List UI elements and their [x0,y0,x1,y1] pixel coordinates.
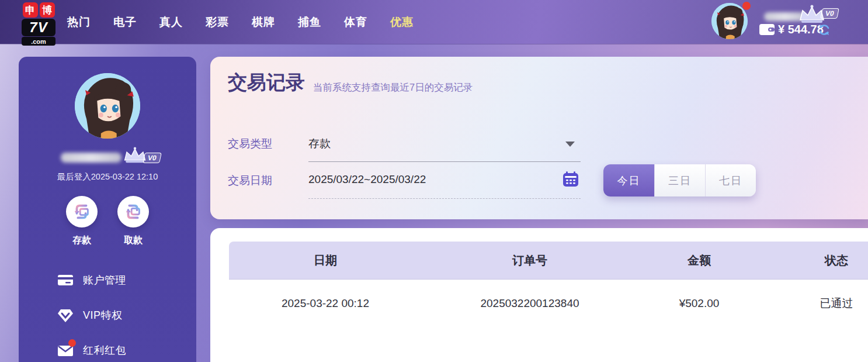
notification-dot [68,339,76,347]
nav-item-slots[interactable]: 电子 [113,15,137,30]
table-row[interactable]: 2025-03-22 00:12 2025032200123840 ¥502.0… [229,280,868,327]
nav-item-sports[interactable]: 体育 [344,15,367,30]
header-amount: 金额 [638,242,761,279]
top-navbar: 申 博 7V .com 热门 电子 真人 彩票 棋牌 捕鱼 体育 优惠 V0 [0,0,868,44]
notification-dot [742,2,751,10]
logo-char-2: 博 [40,2,55,18]
transaction-filter-panel: 交易记录 当前系统支持查询最近7日的交易记录 交易类型 存款 交易日期 2025… [210,57,868,219]
nav-item-fishing[interactable]: 捕鱼 [298,15,321,30]
refresh-balance-icon[interactable] [818,23,831,36]
logo-main-text: 7V [22,19,55,36]
quick-actions: 存款 取款 [19,196,196,247]
sidebar-item-account[interactable]: 账户管理 [19,263,196,298]
logo-characters: 申 博 [18,2,60,18]
transaction-table-panel: 日期 订单号 金额 状态 2025-03-22 00:12 2025032200… [210,228,868,362]
transaction-type-value[interactable]: 存款 [308,136,331,151]
page-title: 交易记录 [228,70,305,96]
bank-card-icon [57,272,74,288]
avatar-illustration [75,73,140,139]
vip-level-badge[interactable]: V0 [820,8,839,19]
nav-item-chess[interactable]: 棋牌 [252,15,275,30]
site-logo[interactable]: 申 博 7V .com [18,2,60,46]
last-login-text: 最后登入2025-03-22 12:10 [19,171,196,182]
menu-label: VIP特权 [83,308,123,322]
transaction-table: 日期 订单号 金额 状态 2025-03-22 00:12 2025032200… [229,242,868,327]
header-status: 状态 [761,242,868,279]
header-date: 日期 [229,242,422,279]
sidebar-menu: 账户管理 VIP特权 红利 [19,263,196,362]
main-navigation: 热门 电子 真人 彩票 棋牌 捕鱼 体育 优惠 [67,0,414,44]
date-range-button-group: 今日 三日 七日 [603,164,756,196]
range-button-3days[interactable]: 三日 [654,164,705,196]
gem-icon [57,307,74,323]
sidebar-item-vip[interactable]: VIP特权 [19,298,196,333]
table-header-row: 日期 订单号 金额 状态 [229,242,868,280]
username-blurred [61,153,121,163]
vip-level-badge[interactable]: V0 [143,153,162,163]
deposit-icon [66,196,98,227]
envelope-icon [57,342,74,358]
calendar-icon[interactable] [562,170,579,188]
header-order-number: 订单号 [422,242,638,279]
user-avatar[interactable] [711,3,748,39]
avatar-illustration [711,3,748,39]
range-button-7days[interactable]: 七日 [705,164,756,196]
nav-item-hot[interactable]: 热门 [67,15,91,30]
page: 申 博 7V .com 热门 电子 真人 彩票 棋牌 捕鱼 体育 优惠 V0 [0,0,868,362]
nav-item-promos[interactable]: 优惠 [390,15,414,30]
balance-amount: ¥ 544.78 [778,23,824,36]
withdraw-label: 取款 [124,235,143,247]
logo-suffix: .com [22,37,55,46]
chevron-down-icon[interactable] [565,142,575,147]
sidebar-avatar[interactable] [75,73,140,139]
withdraw-icon [117,196,149,227]
type-field-underline [308,161,581,162]
logo-char-1: 申 [23,2,38,18]
range-button-today[interactable]: 今日 [603,164,654,196]
transaction-date-label: 交易日期 [228,173,272,188]
wallet-icon [759,24,775,35]
cell-date: 2025-03-22 00:12 [229,280,422,327]
page-subtitle: 当前系统支持查询最近7日的交易记录 [313,81,473,94]
cell-amount: ¥502.00 [638,280,761,327]
withdraw-button[interactable]: 取款 [116,196,151,247]
cell-status: 已通过 [761,280,868,327]
transaction-type-label: 交易类型 [228,136,272,151]
sidebar-item-bonus[interactable]: 红利红包 [19,333,196,362]
nav-item-lottery[interactable]: 彩票 [206,15,229,30]
date-field-underline [308,198,581,199]
menu-label: 账户管理 [83,273,126,287]
deposit-label: 存款 [72,235,91,247]
sidebar-user-row: V0 [19,146,196,169]
nav-item-live[interactable]: 真人 [159,15,183,30]
cell-order-number: 2025032200123840 [422,280,638,327]
deposit-button[interactable]: 存款 [64,196,99,247]
menu-label: 红利红包 [83,343,126,357]
transaction-date-value[interactable]: 2025/03/22~2025/03/22 [308,173,426,186]
profile-sidebar: V0 最后登入2025-03-22 12:10 存款 取款 [19,57,196,362]
